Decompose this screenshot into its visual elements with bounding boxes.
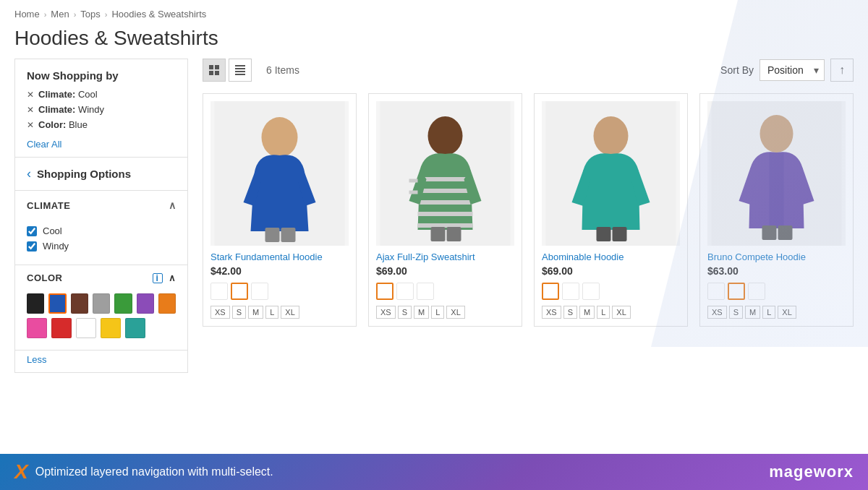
climate-cool-option[interactable]: Cool [27,225,176,236]
product-image-3 [542,101,680,246]
active-filter-1: ✕ Climate: Cool [27,89,176,100]
color-chevron-icon: ∧ [169,272,176,283]
product-name-2[interactable]: Ajax Full-Zip Sweatshirt [376,252,514,262]
breadcrumb-home[interactable]: Home [14,9,40,20]
size-xs-2[interactable]: XS [376,306,396,319]
swatch-orange[interactable] [158,293,176,314]
size-m-4[interactable]: M [745,306,760,319]
grid-view-button[interactable] [203,59,226,82]
product-swatch-red-3[interactable] [582,283,600,300]
size-s-3[interactable]: S [563,306,577,319]
product-swatch-black-1[interactable] [210,283,228,300]
size-s-1[interactable]: S [232,306,246,319]
product-swatch-red-2[interactable] [417,283,434,300]
swatch-teal[interactable] [125,318,145,338]
product-card-4: Bruno Compete Hoodie $63.00 XS S M L XL [699,93,854,327]
climate-windy-option[interactable]: Windy [27,241,176,252]
svg-point-17 [594,116,629,155]
sort-direction-button[interactable]: ↑ [830,59,854,82]
size-l-1[interactable]: L [265,306,278,319]
size-xl-1[interactable]: XL [281,306,299,319]
climate-filter-header[interactable]: CLIMATE ∧ [15,191,187,220]
size-options-1: XS S M L XL [210,306,349,319]
size-m-3[interactable]: M [579,306,595,319]
product-name-3[interactable]: Abominable Hoodie [542,252,680,262]
remove-filter-2-icon[interactable]: ✕ [27,105,34,115]
size-m-1[interactable]: M [248,306,263,319]
clear-all-link[interactable]: Clear All [27,139,61,150]
size-l-3[interactable]: L [597,306,610,319]
breadcrumb-current: Hoodies & Sweatshirts [111,9,206,20]
active-filter-2: ✕ Climate: Windy [27,104,176,115]
breadcrumb-tops[interactable]: Tops [80,9,100,20]
now-shopping-by-section: Now Shopping by ✕ Climate: Cool ✕ Climat… [15,59,187,158]
product-card-2: Ajax Full-Zip Sweatshirt $69.00 XS S M L… [368,93,522,327]
svg-rect-4 [235,65,245,66]
svg-rect-18 [597,227,611,241]
size-xl-2[interactable]: XL [446,306,464,319]
climate-windy-checkbox[interactable] [27,241,37,252]
product-swatch-green-2[interactable] [396,283,414,300]
product-image-4 [707,101,846,246]
svg-rect-7 [235,74,245,75]
size-xs-1[interactable]: XS [210,306,230,319]
climate-label: CLIMATE [27,200,70,211]
svg-rect-10 [265,228,280,242]
less-link[interactable]: Less [27,354,46,365]
size-s-2[interactable]: S [398,306,412,319]
size-xs-3[interactable]: XS [542,306,561,319]
svg-rect-1 [215,65,219,69]
svg-rect-5 [235,68,245,69]
sidebar: Now Shopping by ✕ Climate: Cool ✕ Climat… [14,59,188,373]
product-swatch-blue-4[interactable] [728,283,745,300]
size-xl-4[interactable]: XL [778,306,796,319]
remove-filter-3-icon[interactable]: ✕ [27,120,34,130]
swatch-row-2 [27,318,176,338]
climate-options: Cool Windy [15,220,187,265]
color-info-icon[interactable]: i [153,273,163,283]
product-swatch-pink-1[interactable] [251,283,268,300]
size-s-4[interactable]: S [729,306,743,319]
product-swatch-gray-4[interactable] [707,283,725,300]
product-swatch-blue-1[interactable] [231,283,248,300]
size-m-2[interactable]: M [414,306,429,319]
swatch-pink[interactable] [27,318,47,338]
product-swatch-green-3[interactable] [562,283,579,300]
size-xl-3[interactable]: XL [612,306,630,319]
color-filter-header[interactable]: COLOR i ∧ [15,265,187,291]
toolbar: 6 Items Sort By Position Name Price ↑ [203,59,854,82]
page-title: Hoodies & Sweatshirts [0,24,868,59]
swatch-red[interactable] [51,318,72,338]
climate-cool-checkbox[interactable] [27,226,37,236]
product-swatch-green-4[interactable] [748,283,765,300]
swatch-purple[interactable] [137,293,154,314]
sort-select[interactable]: Position Name Price [760,59,825,81]
color-filter-section: COLOR i ∧ [15,265,187,351]
swatch-row-1 [27,293,176,314]
product-name-4[interactable]: Bruno Compete Hoodie [707,252,846,262]
swatch-brown[interactable] [71,293,88,314]
size-l-4[interactable]: L [762,306,775,319]
product-swatch-blue-3[interactable] [542,283,559,300]
banner-x-logo: X [14,460,28,483]
swatch-green[interactable] [114,293,132,314]
list-view-button[interactable] [229,59,252,82]
swatch-white[interactable] [76,318,96,338]
product-image-1 [210,101,349,246]
breadcrumb-men[interactable]: Men [51,9,69,20]
swatch-yellow[interactable] [101,318,121,338]
swatch-blue[interactable] [48,293,67,314]
size-options-4: XS S M L XL [707,306,846,319]
svg-rect-19 [613,227,627,241]
product-price-3: $69.00 [542,265,680,277]
remove-filter-1-icon[interactable]: ✕ [27,90,34,100]
sort-by-label: Sort By [720,64,754,76]
swatch-gray[interactable] [93,293,110,314]
product-swatch-blue-2[interactable] [376,283,393,300]
swatch-black[interactable] [27,293,44,314]
size-xs-4[interactable]: XS [707,306,727,319]
size-l-2[interactable]: L [431,306,444,319]
size-options-3: XS S M L XL [542,306,680,319]
back-arrow-icon[interactable]: ‹ [27,166,31,181]
product-name-1[interactable]: Stark Fundamental Hoodie [210,252,349,262]
